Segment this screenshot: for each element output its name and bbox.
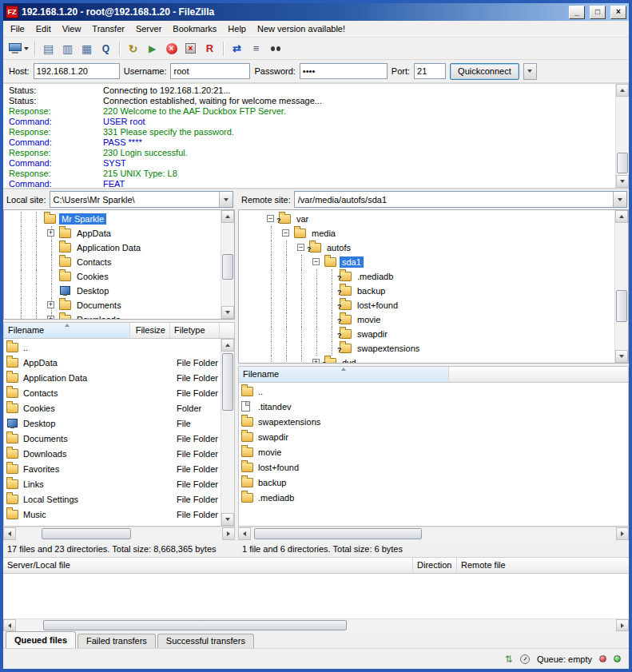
refresh-button[interactable]: ↻ xyxy=(124,40,142,58)
remote-file-row[interactable]: lost+found xyxy=(239,459,628,475)
expand-toggle[interactable] xyxy=(312,359,320,364)
local-site-combobox[interactable]: C:\Users\Mr Sparkle\ xyxy=(50,191,233,208)
scroll-left-button[interactable] xyxy=(3,527,16,540)
menu-transfer[interactable]: Transfer xyxy=(86,22,130,36)
expand-toggle[interactable] xyxy=(47,301,54,308)
password-input[interactable] xyxy=(300,63,388,79)
activity-icon[interactable]: ⇅ xyxy=(505,654,513,665)
local-file-row[interactable]: ContactsFile Folder xyxy=(4,385,234,400)
local-file-row[interactable]: CookiesFolder xyxy=(4,400,234,416)
queue-list[interactable] xyxy=(3,574,629,618)
tree-item[interactable]: swapextensions xyxy=(248,341,612,356)
maximize-button[interactable]: □ xyxy=(590,6,606,19)
tab-successful-transfers[interactable]: Successful transfers xyxy=(157,634,254,648)
column-header-filetype[interactable]: Filetype xyxy=(170,323,220,338)
scroll-up-button[interactable] xyxy=(615,210,628,223)
local-file-row[interactable]: Application DataFile Folder xyxy=(4,370,234,385)
scroll-left-button[interactable] xyxy=(238,527,251,540)
tree-item[interactable]: var xyxy=(248,212,612,226)
local-file-row[interactable]: LinksFile Folder xyxy=(4,476,234,491)
process-queue-button[interactable]: ▶ xyxy=(143,40,161,58)
scroll-thumb[interactable] xyxy=(222,353,233,411)
tree-item[interactable]: swapdir xyxy=(248,327,612,341)
tab-failed-transfers[interactable]: Failed transfers xyxy=(78,634,156,648)
reconnect-button[interactable]: R xyxy=(201,40,219,58)
site-manager-button[interactable] xyxy=(7,40,30,58)
tab-queued-files[interactable]: Queued files xyxy=(6,631,76,648)
speed-limit-icon[interactable] xyxy=(520,654,530,664)
menu-view[interactable]: View xyxy=(57,22,87,36)
tree-item[interactable]: Cookies xyxy=(14,269,218,284)
find-files-button[interactable] xyxy=(266,40,284,58)
expand-toggle[interactable] xyxy=(47,316,54,320)
scroll-down-button[interactable] xyxy=(221,513,234,526)
toggle-remote-tree-button[interactable]: ▦ xyxy=(78,40,96,58)
menu-bookmarks[interactable]: Bookmarks xyxy=(167,22,222,36)
remote-horizontal-scrollbar[interactable] xyxy=(238,527,629,540)
tree-item[interactable]: Application Data xyxy=(14,241,218,255)
scroll-thumb[interactable] xyxy=(254,528,422,539)
local-file-row[interactable]: Local SettingsFile Folder xyxy=(4,491,234,507)
tree-item[interactable]: Mr Sparkle xyxy=(14,212,218,226)
tree-item[interactable]: .mediadb xyxy=(248,269,612,284)
local-tree-scrollbar[interactable] xyxy=(221,210,234,319)
local-file-row[interactable]: DownloadsFile Folder xyxy=(4,446,234,461)
scroll-thumb[interactable] xyxy=(617,153,628,173)
tree-item[interactable]: dvd xyxy=(248,356,612,364)
column-header-filesize[interactable]: Filesize xyxy=(130,323,170,338)
column-header-filename[interactable]: Filename xyxy=(4,323,130,338)
quickconnect-button[interactable]: Quickconnect xyxy=(450,63,519,80)
remote-site-combobox[interactable]: /var/media/autofs/sda1 xyxy=(294,191,627,208)
scroll-thumb[interactable] xyxy=(43,620,347,630)
tree-item[interactable]: sda1 xyxy=(248,255,612,269)
collapse-toggle[interactable] xyxy=(312,258,320,265)
local-file-row[interactable]: DocumentsFile Folder xyxy=(4,431,234,446)
tree-item[interactable]: lost+found xyxy=(248,298,612,312)
tree-item[interactable]: AppData xyxy=(14,226,218,241)
remote-file-row[interactable]: swapextensions xyxy=(239,414,628,429)
tree-item[interactable]: Downloads xyxy=(14,312,218,320)
toggle-queue-button[interactable]: Q xyxy=(97,40,115,58)
log-scrollbar[interactable] xyxy=(615,84,629,188)
close-button[interactable]: × xyxy=(610,6,626,19)
disconnect-button[interactable]: × xyxy=(181,40,200,58)
remote-file-row[interactable]: swapdir xyxy=(239,429,628,444)
scroll-right-button[interactable] xyxy=(616,527,629,540)
remote-file-row[interactable]: backup xyxy=(239,475,628,490)
scroll-right-button[interactable] xyxy=(616,619,629,631)
host-input[interactable] xyxy=(34,63,120,79)
expand-toggle[interactable] xyxy=(47,229,54,237)
remote-file-row[interactable]: .. xyxy=(239,384,628,399)
tree-item[interactable]: Desktop xyxy=(14,284,218,298)
scroll-up-button[interactable] xyxy=(616,84,629,97)
scroll-thumb[interactable] xyxy=(42,528,131,539)
local-file-row[interactable]: .. xyxy=(4,340,234,355)
toggle-message-log-button[interactable]: ▤ xyxy=(39,40,58,58)
local-file-row[interactable]: FavoritesFile Folder xyxy=(4,461,234,476)
local-file-row[interactable]: AppDataFile Folder xyxy=(4,355,234,370)
column-header-filename[interactable]: Filename xyxy=(239,367,449,382)
tree-item[interactable]: backup xyxy=(248,284,612,298)
local-file-row[interactable]: MusicFile Folder xyxy=(4,507,234,522)
tree-item[interactable]: movie xyxy=(248,312,612,327)
directory-comparison-button[interactable]: ≡ xyxy=(247,40,265,58)
scroll-down-button[interactable] xyxy=(221,306,234,319)
tree-item[interactable]: autofs xyxy=(248,241,612,255)
scroll-left-button[interactable] xyxy=(3,619,16,631)
scroll-up-button[interactable] xyxy=(221,210,234,223)
tree-item[interactable]: Documents xyxy=(14,298,218,312)
port-input[interactable] xyxy=(414,63,446,79)
cancel-button[interactable]: × xyxy=(162,40,181,58)
column-header-direction[interactable]: Direction xyxy=(413,558,457,573)
remote-site-dropdown-button[interactable] xyxy=(613,192,626,207)
tree-item[interactable]: Contacts xyxy=(14,255,218,269)
tree-item[interactable]: media xyxy=(248,226,612,241)
scroll-right-button[interactable] xyxy=(222,527,235,540)
remote-file-row[interactable]: movie xyxy=(239,444,628,459)
menu-server[interactable]: Server xyxy=(130,22,167,36)
menu-edit[interactable]: Edit xyxy=(30,22,57,36)
menu-new-version[interactable]: New version available! xyxy=(252,22,351,36)
menu-help[interactable]: Help xyxy=(222,22,252,36)
remote-file-row[interactable]: .titandev xyxy=(239,399,628,414)
column-header-remote-file[interactable]: Remote file xyxy=(457,558,629,573)
